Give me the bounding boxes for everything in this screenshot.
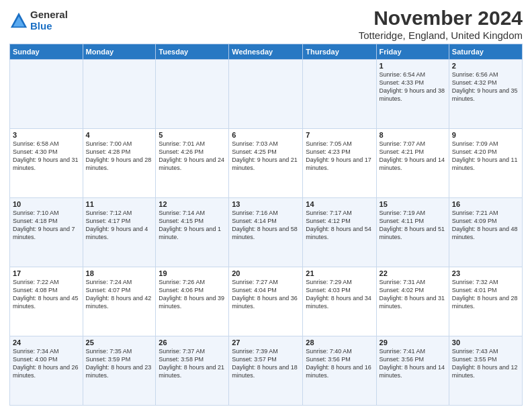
day-number: 20 bbox=[232, 269, 300, 277]
calendar-cell: 15Sunrise: 7:19 AM Sunset: 4:11 PM Dayli… bbox=[376, 198, 449, 267]
header-row: General Blue November 2024 Totteridge, E… bbox=[9, 7, 523, 41]
day-info: Sunrise: 7:24 AM Sunset: 4:07 PM Dayligh… bbox=[86, 278, 153, 311]
day-info: Sunrise: 7:12 AM Sunset: 4:17 PM Dayligh… bbox=[86, 209, 153, 242]
day-number: 19 bbox=[159, 269, 226, 277]
day-number: 15 bbox=[380, 200, 446, 208]
day-info: Sunrise: 7:39 AM Sunset: 3:57 PM Dayligh… bbox=[232, 347, 300, 380]
calendar-week-row: 24Sunrise: 7:34 AM Sunset: 4:00 PM Dayli… bbox=[10, 336, 523, 406]
logo-icon bbox=[9, 11, 28, 30]
day-info: Sunrise: 7:00 AM Sunset: 4:28 PM Dayligh… bbox=[86, 140, 153, 173]
day-info: Sunrise: 7:17 AM Sunset: 4:12 PM Dayligh… bbox=[306, 209, 373, 242]
page: General Blue November 2024 Totteridge, E… bbox=[0, 0, 532, 411]
day-info: Sunrise: 7:09 AM Sunset: 4:20 PM Dayligh… bbox=[452, 140, 519, 173]
main-title: November 2024 bbox=[359, 7, 523, 30]
header-row-days: SundayMondayTuesdayWednesdayThursdayFrid… bbox=[10, 44, 523, 60]
day-info: Sunrise: 6:54 AM Sunset: 4:33 PM Dayligh… bbox=[380, 71, 446, 103]
day-info: Sunrise: 7:26 AM Sunset: 4:06 PM Dayligh… bbox=[159, 278, 226, 311]
day-info: Sunrise: 7:35 AM Sunset: 3:59 PM Dayligh… bbox=[86, 347, 153, 380]
calendar-cell: 6Sunrise: 7:03 AM Sunset: 4:25 PM Daylig… bbox=[229, 129, 303, 198]
calendar-cell: 19Sunrise: 7:26 AM Sunset: 4:06 PM Dayli… bbox=[156, 267, 229, 336]
calendar-week-row: 1Sunrise: 6:54 AM Sunset: 4:33 PM Daylig… bbox=[10, 60, 523, 129]
day-number: 22 bbox=[380, 269, 446, 277]
day-info: Sunrise: 7:19 AM Sunset: 4:11 PM Dayligh… bbox=[380, 209, 446, 242]
header-day: Thursday bbox=[303, 44, 376, 60]
day-number: 23 bbox=[452, 269, 519, 277]
calendar-cell: 26Sunrise: 7:37 AM Sunset: 3:58 PM Dayli… bbox=[156, 336, 229, 406]
day-number: 1 bbox=[380, 62, 446, 70]
calendar-cell: 7Sunrise: 7:05 AM Sunset: 4:23 PM Daylig… bbox=[303, 129, 376, 198]
day-number: 10 bbox=[13, 200, 80, 208]
calendar-cell: 25Sunrise: 7:35 AM Sunset: 3:59 PM Dayli… bbox=[83, 336, 156, 406]
header-day: Wednesday bbox=[229, 44, 303, 60]
day-info: Sunrise: 7:10 AM Sunset: 4:18 PM Dayligh… bbox=[13, 209, 80, 242]
calendar-week-row: 3Sunrise: 6:58 AM Sunset: 4:30 PM Daylig… bbox=[10, 129, 523, 198]
calendar-cell: 10Sunrise: 7:10 AM Sunset: 4:18 PM Dayli… bbox=[10, 198, 83, 267]
calendar-cell: 9Sunrise: 7:09 AM Sunset: 4:20 PM Daylig… bbox=[449, 129, 522, 198]
calendar-cell: 21Sunrise: 7:29 AM Sunset: 4:03 PM Dayli… bbox=[303, 267, 376, 336]
day-number: 16 bbox=[452, 200, 519, 208]
calendar-cell: 29Sunrise: 7:41 AM Sunset: 3:56 PM Dayli… bbox=[376, 336, 449, 406]
day-info: Sunrise: 7:01 AM Sunset: 4:26 PM Dayligh… bbox=[159, 140, 226, 173]
calendar-cell: 16Sunrise: 7:21 AM Sunset: 4:09 PM Dayli… bbox=[449, 198, 522, 267]
day-number: 26 bbox=[159, 338, 226, 347]
day-number: 30 bbox=[452, 338, 519, 347]
calendar-cell bbox=[156, 60, 229, 129]
day-number: 8 bbox=[380, 131, 446, 139]
header-day: Saturday bbox=[449, 44, 522, 60]
calendar-cell: 5Sunrise: 7:01 AM Sunset: 4:26 PM Daylig… bbox=[156, 129, 229, 198]
calendar-cell: 8Sunrise: 7:07 AM Sunset: 4:21 PM Daylig… bbox=[376, 129, 449, 198]
header-day: Tuesday bbox=[156, 44, 229, 60]
calendar-cell: 18Sunrise: 7:24 AM Sunset: 4:07 PM Dayli… bbox=[83, 267, 156, 336]
day-number: 28 bbox=[306, 338, 373, 347]
day-info: Sunrise: 7:43 AM Sunset: 3:55 PM Dayligh… bbox=[452, 347, 519, 380]
calendar-week-row: 10Sunrise: 7:10 AM Sunset: 4:18 PM Dayli… bbox=[10, 198, 523, 267]
day-number: 5 bbox=[159, 131, 226, 139]
logo-general: General bbox=[30, 9, 68, 21]
calendar-cell: 1Sunrise: 6:54 AM Sunset: 4:33 PM Daylig… bbox=[376, 60, 449, 129]
day-number: 27 bbox=[232, 338, 300, 347]
day-info: Sunrise: 7:37 AM Sunset: 3:58 PM Dayligh… bbox=[159, 347, 226, 380]
day-number: 13 bbox=[232, 200, 300, 208]
day-number: 18 bbox=[86, 269, 153, 277]
title-block: November 2024 Totteridge, England, Unite… bbox=[359, 7, 523, 41]
calendar-week-row: 17Sunrise: 7:22 AM Sunset: 4:08 PM Dayli… bbox=[10, 267, 523, 336]
day-info: Sunrise: 7:29 AM Sunset: 4:03 PM Dayligh… bbox=[306, 278, 373, 311]
calendar-cell: 3Sunrise: 6:58 AM Sunset: 4:30 PM Daylig… bbox=[10, 129, 83, 198]
calendar-cell bbox=[83, 60, 156, 129]
day-number: 3 bbox=[13, 131, 80, 139]
day-number: 21 bbox=[306, 269, 373, 277]
day-number: 6 bbox=[232, 131, 300, 139]
day-number: 14 bbox=[306, 200, 373, 208]
day-info: Sunrise: 7:16 AM Sunset: 4:14 PM Dayligh… bbox=[232, 209, 300, 242]
header-day: Sunday bbox=[10, 44, 83, 60]
logo-blue: Blue bbox=[30, 21, 68, 32]
calendar-table: SundayMondayTuesdayWednesdayThursdayFrid… bbox=[9, 44, 523, 406]
day-number: 29 bbox=[380, 338, 446, 347]
day-number: 12 bbox=[159, 200, 226, 208]
calendar-cell: 22Sunrise: 7:31 AM Sunset: 4:02 PM Dayli… bbox=[376, 267, 449, 336]
day-number: 24 bbox=[13, 338, 80, 347]
calendar-cell: 23Sunrise: 7:32 AM Sunset: 4:01 PM Dayli… bbox=[449, 267, 522, 336]
header-day: Friday bbox=[376, 44, 449, 60]
day-number: 11 bbox=[86, 200, 153, 208]
day-info: Sunrise: 7:22 AM Sunset: 4:08 PM Dayligh… bbox=[13, 278, 80, 311]
calendar-cell bbox=[229, 60, 303, 129]
day-number: 7 bbox=[306, 131, 373, 139]
calendar-cell: 14Sunrise: 7:17 AM Sunset: 4:12 PM Dayli… bbox=[303, 198, 376, 267]
calendar-cell: 24Sunrise: 7:34 AM Sunset: 4:00 PM Dayli… bbox=[10, 336, 83, 406]
day-info: Sunrise: 7:03 AM Sunset: 4:25 PM Dayligh… bbox=[232, 140, 300, 173]
calendar-cell bbox=[303, 60, 376, 129]
day-info: Sunrise: 7:40 AM Sunset: 3:56 PM Dayligh… bbox=[306, 347, 373, 380]
calendar-cell: 28Sunrise: 7:40 AM Sunset: 3:56 PM Dayli… bbox=[303, 336, 376, 406]
day-info: Sunrise: 6:56 AM Sunset: 4:32 PM Dayligh… bbox=[452, 71, 519, 103]
day-info: Sunrise: 7:05 AM Sunset: 4:23 PM Dayligh… bbox=[306, 140, 373, 173]
day-info: Sunrise: 6:58 AM Sunset: 4:30 PM Dayligh… bbox=[13, 140, 80, 173]
day-info: Sunrise: 7:41 AM Sunset: 3:56 PM Dayligh… bbox=[380, 347, 446, 380]
day-number: 9 bbox=[452, 131, 519, 139]
day-number: 4 bbox=[86, 131, 153, 139]
day-info: Sunrise: 7:31 AM Sunset: 4:02 PM Dayligh… bbox=[380, 278, 446, 311]
logo: General Blue bbox=[9, 9, 68, 32]
calendar-cell: 2Sunrise: 6:56 AM Sunset: 4:32 PM Daylig… bbox=[449, 60, 522, 129]
calendar-cell: 11Sunrise: 7:12 AM Sunset: 4:17 PM Dayli… bbox=[83, 198, 156, 267]
day-info: Sunrise: 7:27 AM Sunset: 4:04 PM Dayligh… bbox=[232, 278, 300, 311]
